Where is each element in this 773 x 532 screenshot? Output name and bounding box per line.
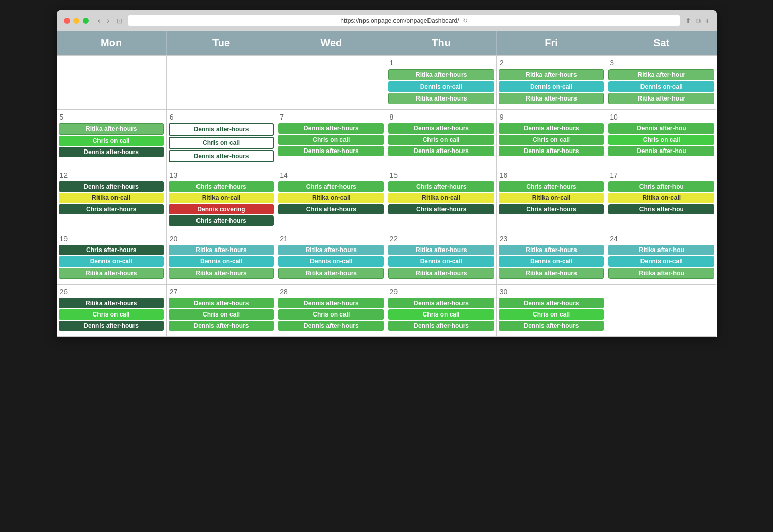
event-bar-4-4-0[interactable]: Dennis after-hours (499, 298, 604, 308)
event-bar-3-5-0[interactable]: Ritika after-hou (608, 245, 714, 255)
event-bar-4-3-1[interactable]: Chris on call (388, 309, 494, 320)
calendar-grid: 1Ritika after-hoursDennis on-callRitika … (57, 55, 717, 337)
event-bar-0-5-0[interactable]: Ritika after-hour (608, 69, 714, 80)
event-bar-4-0-2[interactable]: Dennis after-hours (59, 321, 164, 331)
event-bar-3-3-1[interactable]: Dennis on-call (388, 256, 494, 267)
close-button[interactable] (64, 18, 70, 24)
event-bar-1-0-1[interactable]: Chris on call (59, 136, 164, 146)
event-bar-3-3-0[interactable]: Ritika after-hours (388, 245, 494, 255)
event-bar-4-0-1[interactable]: Chris on call (59, 309, 164, 320)
event-bar-4-1-0[interactable]: Dennis after-hours (169, 298, 274, 308)
event-bar-2-1-3[interactable]: Chris after-hours (169, 215, 274, 226)
event-bar-3-4-1[interactable]: Dennis on-call (499, 256, 604, 267)
event-bar-2-0-2[interactable]: Chris after-hours (59, 204, 164, 214)
event-bar-2-4-2[interactable]: Chris after-hours (499, 204, 604, 214)
tabs-button[interactable]: ⧉ (696, 16, 701, 25)
cal-cell-0-3: 1Ritika after-hoursDennis on-callRitika … (386, 56, 496, 110)
event-bar-2-3-0[interactable]: Chris after-hours (388, 181, 494, 192)
event-bar-1-2-0[interactable]: Dennis after-hours (278, 123, 384, 134)
event-bar-1-4-0[interactable]: Dennis after-hours (499, 123, 604, 134)
event-bar-3-1-0[interactable]: Ritika after-hours (169, 245, 274, 255)
event-bar-1-2-1[interactable]: Chris on call (278, 135, 384, 145)
event-bar-1-4-1[interactable]: Chris on call (499, 135, 604, 145)
event-bar-2-1-2[interactable]: Dennis covering (169, 204, 274, 214)
event-bar-1-0-2[interactable]: Dennis after-hours (59, 147, 164, 157)
event-bar-1-3-2[interactable]: Dennis after-hours (388, 146, 494, 156)
cal-date-0-4: 2 (499, 59, 604, 67)
event-bar-2-5-1[interactable]: Ritika on-call (608, 193, 714, 203)
event-bar-1-3-1[interactable]: Chris on call (388, 135, 494, 145)
share-button[interactable]: ⬆ (685, 16, 692, 25)
address-bar[interactable]: https://nps.onpage.com/onpageDashboard/ … (128, 15, 680, 26)
event-bar-4-3-0[interactable]: Dennis after-hours (388, 298, 494, 308)
minimize-button[interactable] (73, 18, 79, 24)
event-bar-2-0-1[interactable]: Ritika on-call (59, 193, 164, 203)
cal-date-0-5: 3 (608, 59, 714, 67)
event-bar-3-0-1[interactable]: Dennis on-call (59, 256, 164, 267)
event-bar-3-5-1[interactable]: Dennis on-call (608, 256, 714, 267)
event-bar-1-1-0[interactable]: Dennis after-hours (169, 123, 274, 136)
event-bar-2-3-2[interactable]: Chris after-hours (388, 204, 494, 214)
event-bar-2-1-0[interactable]: Chris after-hours (169, 181, 274, 192)
event-bar-1-2-2[interactable]: Dennis after-hours (278, 146, 384, 156)
reload-icon[interactable]: ↻ (463, 17, 468, 24)
event-bar-3-3-2[interactable]: Ritika after-hours (388, 268, 494, 279)
event-bar-1-3-0[interactable]: Dennis after-hours (388, 123, 494, 134)
event-bar-1-4-2[interactable]: Dennis after-hours (499, 146, 604, 156)
back-button[interactable]: ‹ (96, 16, 103, 25)
cal-date-1-0: 5 (59, 113, 164, 121)
event-bar-4-4-1[interactable]: Chris on call (499, 309, 604, 320)
event-bar-4-0-0[interactable]: Ritika after-hours (59, 298, 164, 308)
event-bar-2-1-1[interactable]: Ritika on-call (169, 193, 274, 203)
event-bar-4-4-2[interactable]: Dennis after-hours (499, 321, 604, 331)
event-bar-3-2-1[interactable]: Dennis on-call (278, 256, 384, 267)
event-bar-3-4-2[interactable]: Ritika after-hours (499, 268, 604, 279)
calendar-wrapper: Mon Tue Wed Thu Fri Sat 1Ritika after-ho… (57, 31, 717, 337)
event-bar-4-3-2[interactable]: Dennis after-hours (388, 321, 494, 331)
event-bar-4-2-0[interactable]: Dennis after-hours (278, 298, 384, 308)
window-mode-button[interactable]: ⊡ (117, 16, 123, 25)
event-bar-0-5-1[interactable]: Dennis on-call (608, 81, 714, 92)
event-bar-2-3-1[interactable]: Ritika on-call (388, 193, 494, 203)
event-bar-2-5-2[interactable]: Chris after-hou (608, 204, 714, 214)
event-bar-0-4-2[interactable]: Ritika after-hours (499, 93, 604, 104)
cal-date-1-2: 7 (278, 113, 384, 121)
cal-cell-3-5: 24Ritika after-houDennis on-callRitika a… (606, 231, 716, 285)
event-bar-2-0-0[interactable]: Dennis after-hours (59, 181, 164, 192)
event-bar-0-4-0[interactable]: Ritika after-hours (499, 69, 604, 80)
event-bar-3-1-2[interactable]: Ritika after-hours (169, 268, 274, 279)
event-bar-2-2-1[interactable]: Ritika on-call (278, 193, 384, 203)
event-bar-3-2-2[interactable]: Ritika after-hours (278, 268, 384, 279)
event-bar-4-1-2[interactable]: Dennis after-hours (169, 321, 274, 331)
event-bar-3-5-2[interactable]: Ritika after-hou (608, 268, 714, 279)
cal-cell-3-2: 21Ritika after-hoursDennis on-callRitika… (276, 231, 386, 285)
event-bar-4-1-1[interactable]: Chris on call (169, 309, 274, 320)
event-bar-1-1-2[interactable]: Dennis after-hours (169, 150, 274, 162)
event-bar-0-3-1[interactable]: Dennis on-call (388, 81, 494, 92)
event-bar-2-4-0[interactable]: Chris after-hours (499, 181, 604, 192)
event-bar-4-2-1[interactable]: Chris on call (278, 309, 384, 320)
event-bar-3-1-1[interactable]: Dennis on-call (169, 256, 274, 267)
event-bar-3-0-2[interactable]: Ritika after-hours (59, 268, 164, 279)
event-bar-0-5-2[interactable]: Ritika after-hour (608, 93, 714, 104)
event-bar-2-5-0[interactable]: Chris after-hou (608, 181, 714, 192)
event-bar-0-4-1[interactable]: Dennis on-call (499, 81, 604, 92)
event-bar-1-5-0[interactable]: Dennis after-hou (608, 123, 714, 134)
event-bar-3-4-0[interactable]: Ritika after-hours (499, 245, 604, 255)
event-bar-1-0-0[interactable]: Ritika after-hours (59, 123, 164, 135)
cal-cell-1-2: 7Dennis after-hoursChris on callDennis a… (276, 110, 386, 168)
forward-button[interactable]: › (105, 16, 111, 25)
event-bar-2-2-2[interactable]: Chris after-hours (278, 204, 384, 214)
event-bar-1-1-1[interactable]: Chris on call (169, 137, 274, 149)
new-tab-button[interactable]: + (705, 16, 709, 25)
event-bar-1-5-2[interactable]: Dennis after-hou (608, 146, 714, 156)
event-bar-2-4-1[interactable]: Ritika on-call (499, 193, 604, 203)
event-bar-0-3-2[interactable]: Ritika after-hours (388, 93, 494, 104)
event-bar-3-2-0[interactable]: Ritika after-hours (278, 245, 384, 255)
event-bar-2-2-0[interactable]: Chris after-hours (278, 181, 384, 192)
event-bar-0-3-0[interactable]: Ritika after-hours (388, 69, 494, 80)
maximize-button[interactable] (83, 18, 89, 24)
event-bar-4-2-2[interactable]: Dennis after-hours (278, 321, 384, 331)
event-bar-1-5-1[interactable]: Chris on call (608, 135, 714, 145)
event-bar-3-0-0[interactable]: Chris after-hours (59, 245, 164, 255)
